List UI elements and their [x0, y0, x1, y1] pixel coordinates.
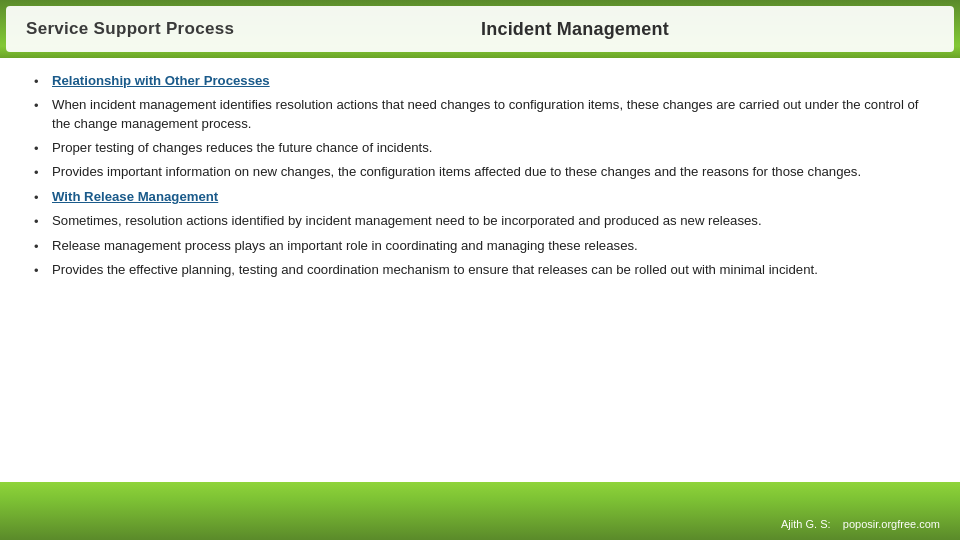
footer-attribution: Ajith G. S: poposir.orgfree.com [781, 518, 940, 530]
bullet-dot: • [34, 164, 52, 182]
bullet-dot: • [34, 238, 52, 256]
bullet-dot: • [34, 97, 52, 115]
bullet-text: Provides the effective planning, testing… [52, 261, 926, 280]
content-area: •Relationship with Other Processes•When … [6, 58, 954, 482]
list-item: •Provides important information on new c… [34, 163, 926, 182]
grass-bottom-decoration [0, 482, 960, 540]
bullet-dot: • [34, 140, 52, 158]
bullet-dot: • [34, 262, 52, 280]
bullet-list: •Relationship with Other Processes•When … [34, 72, 926, 281]
bullet-text: Proper testing of changes reduces the fu… [52, 139, 926, 158]
footer-website: poposir.orgfree.com [843, 518, 940, 530]
bullet-text[interactable]: With Release Management [52, 188, 926, 207]
bullet-dot: • [34, 213, 52, 231]
header-bar: Service Support Process Incident Managem… [6, 6, 954, 52]
list-item: •Provides the effective planning, testin… [34, 261, 926, 280]
bullet-dot: • [34, 73, 52, 91]
list-item: •With Release Management [34, 188, 926, 207]
list-item: •Relationship with Other Processes [34, 72, 926, 91]
bullet-text: Sometimes, resolution actions identified… [52, 212, 926, 231]
list-item: •When incident management identifies res… [34, 96, 926, 133]
page-wrapper: Service Support Process Incident Managem… [0, 0, 960, 540]
bullet-text[interactable]: Relationship with Other Processes [52, 72, 926, 91]
bullet-text: Provides important information on new ch… [52, 163, 926, 182]
incident-management-title: Incident Management [481, 19, 669, 40]
header-left: Service Support Process [6, 19, 461, 39]
list-item: •Release management process plays an imp… [34, 237, 926, 256]
list-item: •Sometimes, resolution actions identifie… [34, 212, 926, 231]
bullet-dot: • [34, 189, 52, 207]
bullet-text: Release management process plays an impo… [52, 237, 926, 256]
service-support-title: Service Support Process [26, 19, 234, 39]
bullet-text: When incident management identifies reso… [52, 96, 926, 133]
list-item: •Proper testing of changes reduces the f… [34, 139, 926, 158]
footer-author: Ajith G. S: [781, 518, 831, 530]
header-right: Incident Management [461, 19, 954, 40]
